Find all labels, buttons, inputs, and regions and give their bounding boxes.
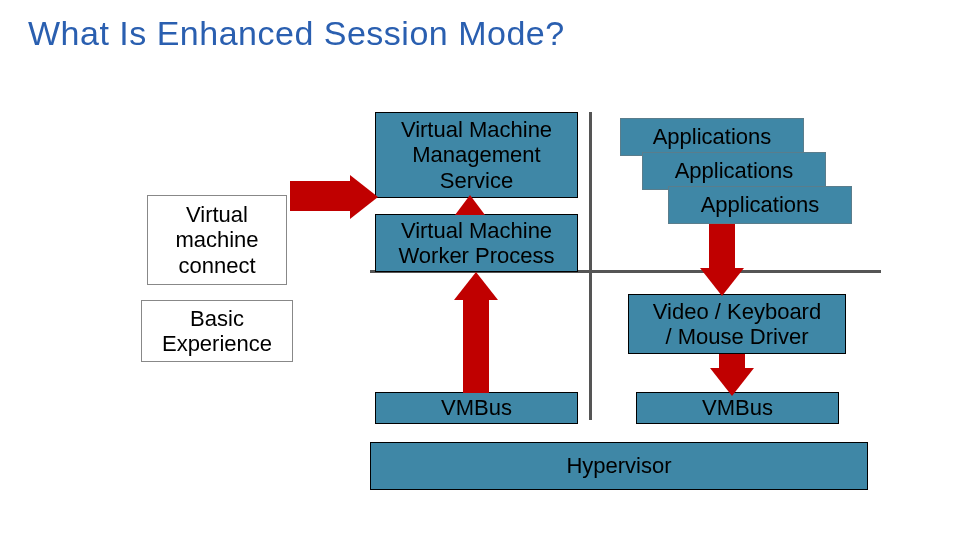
box-applications-1: Applications <box>620 118 804 156</box>
diagram-stage: What Is Enhanced Session Mode? Virtual m… <box>0 0 960 540</box>
slide-title: What Is Enhanced Session Mode? <box>28 14 565 53</box>
box-basic-experience: Basic Experience <box>141 300 293 362</box>
box-vmbus-right: VMBus <box>636 392 839 424</box>
box-vkm-driver: Video / Keyboard / Mouse Driver <box>628 294 846 354</box>
box-vmbus-left: VMBus <box>375 392 578 424</box>
box-vm-connect: Virtual machine connect <box>147 195 287 285</box>
box-applications-3: Applications <box>668 186 852 224</box>
box-vm-mgmt-service: Virtual Machine Management Service <box>375 112 578 198</box>
divider-vertical <box>589 112 592 420</box>
box-vm-worker-process: Virtual Machine Worker Process <box>375 214 578 272</box>
box-hypervisor: Hypervisor <box>370 442 868 490</box>
box-applications-2: Applications <box>642 152 826 190</box>
